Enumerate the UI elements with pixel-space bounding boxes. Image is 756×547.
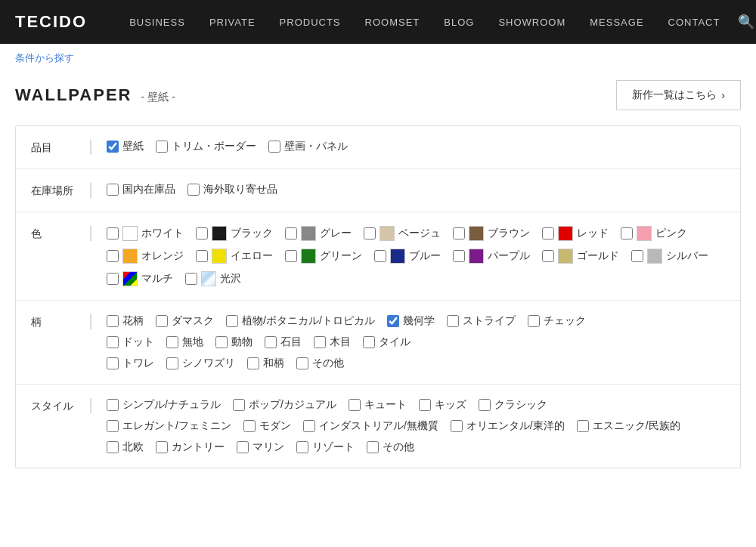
color-checkbox-item-c9[interactable]: イエロー <box>196 249 273 264</box>
checkbox-item-s4[interactable]: キッズ <box>419 398 466 412</box>
checkbox-c7[interactable] <box>621 227 633 240</box>
checkbox-s13[interactable] <box>237 441 249 453</box>
breadcrumb[interactable]: 条件から探す <box>0 44 756 73</box>
checkbox-item-g6[interactable]: チェック <box>528 314 586 328</box>
checkbox-g10[interactable] <box>265 336 277 348</box>
checkbox-item-hinmoku2[interactable]: トリム・ボーダー <box>156 140 256 153</box>
checkbox-hinmoku1[interactable] <box>107 141 119 153</box>
checkbox-s8[interactable] <box>303 420 315 432</box>
color-checkbox-item-c12[interactable]: パープル <box>453 249 530 264</box>
checkbox-c3[interactable] <box>285 227 297 240</box>
checkbox-s15[interactable] <box>367 441 379 453</box>
checkbox-g11[interactable] <box>314 336 326 348</box>
checkbox-s4[interactable] <box>419 399 431 411</box>
color-checkbox-item-c6[interactable]: レッド <box>542 226 609 241</box>
checkbox-s14[interactable] <box>296 441 308 453</box>
checkbox-c14[interactable] <box>631 250 643 262</box>
checkbox-item-s9[interactable]: オリエンタル/東洋的 <box>451 419 565 433</box>
nav-item-private[interactable]: PRIVATE <box>197 0 268 44</box>
checkbox-hinmoku2[interactable] <box>156 141 168 153</box>
checkbox-c4[interactable] <box>364 227 376 240</box>
checkbox-item-zaiko2[interactable]: 海外取り寄せ品 <box>187 183 277 196</box>
checkbox-item-g16[interactable]: その他 <box>296 357 344 370</box>
checkbox-item-g15[interactable]: 和柄 <box>247 357 284 370</box>
checkbox-g8[interactable] <box>166 336 178 348</box>
color-checkbox-item-c1[interactable]: ホワイト <box>107 226 184 241</box>
checkbox-item-g10[interactable]: 石目 <box>265 335 302 349</box>
checkbox-zaiko1[interactable] <box>107 184 119 196</box>
checkbox-s9[interactable] <box>451 420 463 432</box>
nav-item-business[interactable]: BUSINESS <box>117 0 197 44</box>
color-checkbox-item-c8[interactable]: オレンジ <box>107 249 184 264</box>
checkbox-s11[interactable] <box>107 441 119 453</box>
color-checkbox-item-c10[interactable]: グリーン <box>285 249 362 264</box>
nav-item-products[interactable]: PRODUCTS <box>268 0 353 44</box>
checkbox-g2[interactable] <box>156 315 168 327</box>
nav-item-blog[interactable]: BLOG <box>432 0 486 44</box>
checkbox-item-s13[interactable]: マリン <box>237 440 284 454</box>
checkbox-g14[interactable] <box>166 357 178 369</box>
checkbox-item-s14[interactable]: リゾート <box>296 440 355 454</box>
checkbox-item-hinmoku1[interactable]: 壁紙 <box>107 140 144 153</box>
checkbox-g4[interactable] <box>387 315 399 327</box>
checkbox-s5[interactable] <box>479 399 491 411</box>
checkbox-item-zaiko1[interactable]: 国内在庫品 <box>107 183 175 196</box>
checkbox-s2[interactable] <box>233 399 245 411</box>
checkbox-item-g9[interactable]: 動物 <box>215 335 253 349</box>
checkbox-item-s10[interactable]: エスニック/民族的 <box>577 419 680 433</box>
nav-item-roomset[interactable]: ROOMSET <box>353 0 432 44</box>
color-checkbox-item-c13[interactable]: ゴールド <box>542 249 619 264</box>
checkbox-g13[interactable] <box>107 357 119 369</box>
checkbox-s6[interactable] <box>107 420 119 432</box>
checkbox-item-s6[interactable]: エレガント/フェミニン <box>107 419 231 433</box>
color-checkbox-item-c11[interactable]: ブルー <box>374 249 441 264</box>
checkbox-item-s15[interactable]: その他 <box>367 440 414 454</box>
checkbox-item-g12[interactable]: タイル <box>363 335 411 349</box>
checkbox-c6[interactable] <box>542 227 554 240</box>
checkbox-g7[interactable] <box>107 336 119 348</box>
color-checkbox-item-c14[interactable]: シルバー <box>631 249 708 264</box>
checkbox-c10[interactable] <box>285 250 297 262</box>
checkbox-g15[interactable] <box>247 357 259 369</box>
checkbox-item-s8[interactable]: インダストリアル/無機質 <box>303 419 438 433</box>
checkbox-item-g13[interactable]: トワレ <box>107 357 154 370</box>
color-checkbox-item-c2[interactable]: ブラック <box>196 226 273 241</box>
checkbox-g5[interactable] <box>447 315 459 327</box>
checkbox-g9[interactable] <box>215 336 228 348</box>
checkbox-item-g1[interactable]: 花柄 <box>107 314 144 328</box>
site-logo[interactable]: TECIDO <box>15 12 87 32</box>
checkbox-c11[interactable] <box>374 250 386 262</box>
checkbox-item-g3[interactable]: 植物/ボタニカル/トロピカル <box>226 314 375 328</box>
nav-item-showroom[interactable]: SHOWROOM <box>486 0 578 44</box>
checkbox-item-s1[interactable]: シンプル/ナチュラル <box>107 398 221 412</box>
new-arrivals-button[interactable]: 新作一覧はこちら › <box>616 80 741 110</box>
checkbox-g6[interactable] <box>528 315 540 327</box>
nav-item-contact[interactable]: CONTACT <box>656 0 733 44</box>
checkbox-c9[interactable] <box>196 250 208 262</box>
checkbox-item-s7[interactable]: モダン <box>243 419 291 433</box>
checkbox-hinmoku3[interactable] <box>268 141 280 153</box>
checkbox-item-g2[interactable]: ダマスク <box>156 314 214 328</box>
checkbox-c13[interactable] <box>542 250 554 262</box>
checkbox-g1[interactable] <box>107 315 119 327</box>
checkbox-g12[interactable] <box>363 336 375 348</box>
checkbox-item-g5[interactable]: ストライプ <box>447 314 516 328</box>
checkbox-item-s12[interactable]: カントリー <box>156 440 225 454</box>
nav-item-message[interactable]: MESSAGE <box>578 0 655 44</box>
color-checkbox-item-c16[interactable]: 光沢 <box>185 271 241 286</box>
checkbox-item-s11[interactable]: 北欧 <box>107 440 144 454</box>
checkbox-c8[interactable] <box>107 250 119 262</box>
checkbox-g3[interactable] <box>226 315 238 327</box>
checkbox-item-hinmoku3[interactable]: 壁画・パネル <box>268 140 348 153</box>
checkbox-s10[interactable] <box>577 420 589 432</box>
checkbox-s3[interactable] <box>349 399 361 411</box>
search-icon[interactable]: 🔍 <box>732 14 756 30</box>
checkbox-c16[interactable] <box>185 273 197 285</box>
color-checkbox-item-c7[interactable]: ピンク <box>621 226 687 241</box>
checkbox-item-s3[interactable]: キュート <box>349 398 407 412</box>
checkbox-s7[interactable] <box>243 420 256 432</box>
checkbox-g16[interactable] <box>296 357 308 369</box>
checkbox-item-g14[interactable]: シノワズリ <box>166 357 235 370</box>
checkbox-item-g8[interactable]: 無地 <box>166 335 203 349</box>
checkbox-c15[interactable] <box>107 273 119 285</box>
